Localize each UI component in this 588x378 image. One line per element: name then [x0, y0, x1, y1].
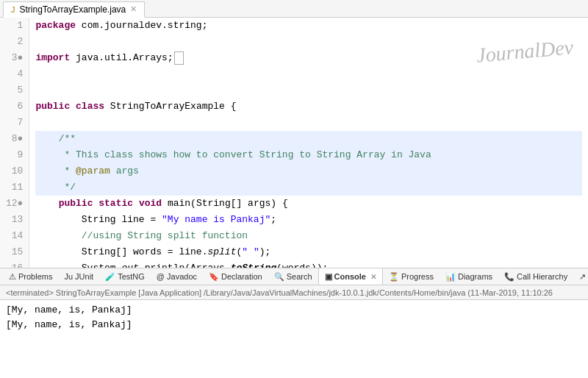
line-num: 3● [6, 50, 23, 66]
code-line: String line = "My name is Pankaj"; [35, 212, 582, 228]
java-file-icon: J [11, 5, 15, 14]
console-line: [My, name, is, Pankaj] [6, 303, 582, 318]
code-line: String[] words = line.split(" "); [35, 244, 582, 260]
line-num: 13 [6, 212, 23, 228]
declaration-icon: 🔖 [209, 272, 219, 282]
code-editor: 1 2 3● 4 5 6 7 8● 9 10 11 12● 13 14 15 1… [0, 18, 588, 268]
callhierarchy-icon: 📞 [504, 272, 514, 282]
tab-declaration[interactable]: 🔖 Declaration [203, 268, 268, 285]
tab-search[interactable]: 🔍 Search [268, 268, 318, 285]
line-num: 12● [6, 196, 23, 212]
line-num: 9 [6, 147, 23, 163]
code-line: public static void main(String[] args) { [35, 196, 582, 212]
tab-bar: J StringToArrayExample.java ✕ [0, 0, 588, 18]
code-line: /** [35, 131, 582, 147]
code-container: 1 2 3● 4 5 6 7 8● 9 10 11 12● 13 14 15 1… [0, 18, 588, 268]
code-line [35, 115, 582, 131]
tab-javadoc[interactable]: @ Javadoc [151, 268, 203, 285]
diagrams-icon: 📊 [445, 272, 456, 282]
console-output: [My, name, is, Pankaj] [My, name, is, Pa… [0, 300, 588, 335]
console-header: <terminated> StringToArrayExample [Java … [0, 285, 588, 300]
line-num: 7 [6, 115, 23, 131]
code-line: //using String split function [35, 228, 582, 244]
gi-icon: ↗ [579, 272, 586, 282]
editor-tab[interactable]: J StringToArrayExample.java ✕ [3, 1, 145, 18]
line-num: 15 [6, 244, 23, 260]
console-icon: ▣ [325, 272, 332, 282]
line-num: 1 [6, 18, 23, 34]
collapse-box[interactable] [174, 51, 184, 65]
tab-filename: StringToArrayExample.java [20, 4, 126, 15]
tab-problems[interactable]: ⚠ Problems [3, 268, 58, 285]
console-panel: <terminated> StringToArrayExample [Java … [0, 285, 588, 335]
line-num: 4 [6, 66, 23, 82]
code-line [35, 66, 582, 82]
code-line: * This class shows how to convert String… [35, 147, 582, 163]
tab-console[interactable]: ▣ Console ✕ [318, 268, 383, 285]
code-lines[interactable]: package com.journaldev.string; import ja… [29, 18, 588, 268]
console-line: [My, name, is, Pankaj] [6, 318, 582, 332]
code-line: import java.util.Arrays; [35, 50, 582, 66]
line-num: 6 [6, 99, 23, 115]
code-line [35, 34, 582, 50]
line-num: 14 [6, 228, 23, 244]
tab-diagrams[interactable]: 📊 Diagrams [440, 268, 498, 285]
tab-testng[interactable]: 🧪 TestNG [99, 268, 151, 285]
code-line: * @param args [35, 163, 582, 179]
code-line: package com.journaldev.string; [35, 18, 582, 34]
tab-close-button[interactable]: ✕ [130, 4, 137, 14]
code-line: System.out.println(Arrays.toString(words… [35, 260, 582, 268]
line-numbers: 1 2 3● 4 5 6 7 8● 9 10 11 12● 13 14 15 1… [0, 18, 29, 268]
code-line: public class StringToArrayExample { [35, 99, 582, 115]
tab-progress[interactable]: ⏳ Progress [383, 268, 440, 285]
progress-icon: ⏳ [389, 272, 399, 282]
line-num: 8● [6, 131, 23, 147]
line-num: 11 [6, 179, 23, 196]
code-line [35, 82, 582, 99]
tab-callhierarchy[interactable]: 📞 Call Hierarchy [498, 268, 573, 285]
tab-gi[interactable]: ↗ Gi [573, 268, 588, 285]
line-num: 5 [6, 82, 23, 99]
line-num: 10 [6, 163, 23, 179]
search-icon: 🔍 [274, 272, 284, 282]
bottom-tab-bar: ⚠ Problems Ju JUnit 🧪 TestNG @ Javadoc 🔖… [0, 268, 588, 285]
junit-icon: Ju [64, 272, 73, 281]
line-num: 2 [6, 34, 23, 50]
testng-icon: 🧪 [105, 272, 115, 282]
code-line: */ [35, 179, 582, 196]
tab-junit[interactable]: Ju JUnit [58, 268, 99, 285]
console-close-icon[interactable]: ✕ [370, 273, 376, 281]
line-num: 16 [6, 260, 23, 268]
problems-icon: ⚠ [9, 272, 16, 282]
